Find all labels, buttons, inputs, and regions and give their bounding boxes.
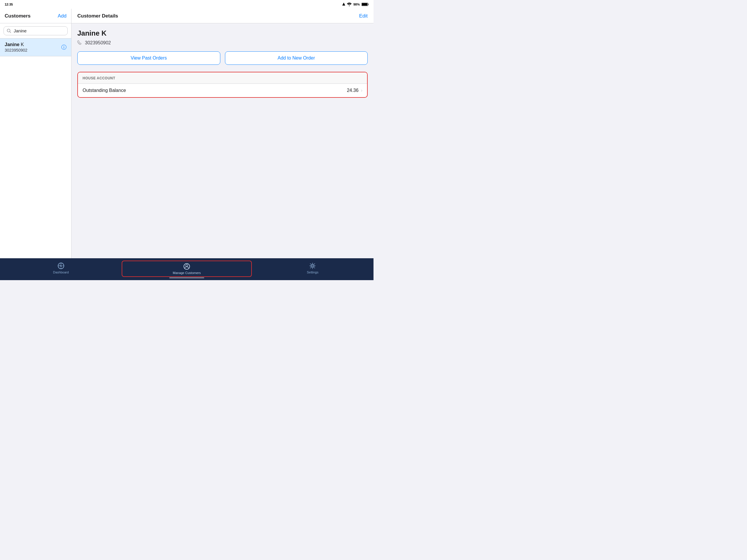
tab-bar: Dashboard Manage Customers Settings — [0, 258, 374, 280]
chevron-right-icon: › — [361, 88, 362, 93]
settings-icon — [309, 262, 316, 269]
left-panel-header: Customers Add — [0, 9, 71, 23]
action-buttons: View Past Orders Add to New Order — [77, 51, 368, 65]
app-container: Customers Add Janine K — [0, 9, 374, 280]
status-time: 12:35 — [5, 3, 13, 6]
dashboard-icon — [57, 262, 65, 269]
right-panel-content: Janine K 3023950902 View Past Orders Add… — [72, 23, 374, 258]
outstanding-balance-value: 24.36 — [347, 88, 359, 93]
house-account-label: HOUSE ACCOUNT — [83, 76, 115, 80]
customer-list: Janine K 3023950902 ⓘ — [0, 39, 71, 258]
customer-list-item[interactable]: Janine K 3023950902 ⓘ — [0, 39, 71, 56]
outstanding-balance-right: 24.36 › — [347, 88, 362, 93]
customer-detail-name: Janine K — [77, 29, 368, 37]
tab-dashboard[interactable]: Dashboard — [0, 261, 122, 275]
outstanding-balance-label: Outstanding Balance — [83, 88, 126, 93]
tab-manage-customers[interactable]: Manage Customers — [122, 261, 252, 277]
add-customer-button[interactable]: Add — [58, 13, 67, 19]
svg-point-15 — [311, 264, 314, 268]
phone-icon — [77, 40, 83, 46]
right-panel-header: Customer Details Edit — [72, 9, 374, 23]
search-input[interactable] — [14, 28, 69, 33]
content-area: Customers Add Janine K — [0, 9, 374, 258]
svg-line-4 — [10, 31, 11, 33]
add-to-new-order-button[interactable]: Add to New Order — [225, 51, 368, 65]
search-wrapper — [3, 26, 68, 35]
outstanding-balance-row[interactable]: Outstanding Balance 24.36 › — [78, 84, 367, 97]
right-panel: Customer Details Edit Janine K 302395090… — [72, 9, 374, 258]
svg-rect-2 — [362, 3, 367, 5]
customer-detail-phone: 3023950902 — [85, 40, 111, 46]
battery-percentage: 98% — [353, 3, 360, 6]
customer-details-title: Customer Details — [77, 13, 118, 19]
edit-button[interactable]: Edit — [359, 13, 368, 19]
status-indicators: 98% — [342, 3, 369, 6]
tab-settings-label: Settings — [307, 271, 318, 274]
customer-last-name: K — [20, 42, 24, 47]
svg-point-0 — [349, 5, 350, 6]
home-indicator — [169, 277, 204, 278]
view-past-orders-button[interactable]: View Past Orders — [77, 51, 220, 65]
search-container — [0, 23, 71, 39]
house-account-header: HOUSE ACCOUNT — [78, 72, 367, 84]
svg-point-13 — [186, 265, 188, 267]
tab-settings[interactable]: Settings — [252, 261, 374, 275]
tab-manage-customers-label: Manage Customers — [173, 271, 201, 275]
wifi-icon — [347, 3, 352, 6]
tab-dashboard-label: Dashboard — [53, 271, 69, 274]
svg-point-14 — [312, 265, 313, 267]
left-panel: Customers Add Janine K — [0, 9, 72, 258]
search-icon — [7, 29, 11, 33]
customers-icon — [183, 263, 190, 270]
battery-icon — [362, 3, 369, 6]
customer-name: Janine K — [5, 42, 27, 47]
customer-detail-phone-row: 3023950902 — [77, 40, 368, 46]
customers-title: Customers — [5, 13, 31, 19]
customer-first-name: Janine — [5, 42, 20, 47]
customer-phone-left: 3023950902 — [5, 48, 27, 53]
customer-info-icon[interactable]: ⓘ — [61, 44, 67, 51]
status-bar: 12:35 98% — [0, 0, 374, 9]
location-icon — [342, 3, 345, 6]
house-account-section: HOUSE ACCOUNT Outstanding Balance 24.36 … — [77, 72, 368, 98]
customer-item-info: Janine K 3023950902 — [5, 42, 27, 53]
